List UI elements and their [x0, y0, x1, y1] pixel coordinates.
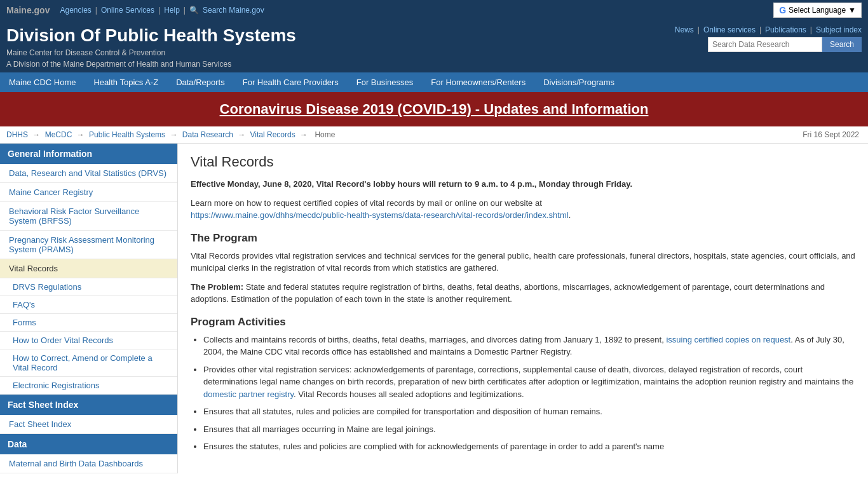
list-item: Collects and maintains records of births…	[203, 334, 855, 358]
breadcrumb-dhhs[interactable]: DHHS	[6, 130, 28, 139]
site-header: Division Of Public Health Systems Maine …	[0, 20, 868, 72]
list-item: Ensures that all marriages occurring in …	[203, 423, 855, 436]
header-links: News | Online services | Publications | …	[675, 25, 862, 34]
breadcrumb-vital-records[interactable]: Vital Records	[250, 130, 295, 139]
search-input[interactable]	[708, 37, 822, 52]
sidebar-item-prams[interactable]: Pregnancy Risk Assessment Monitoring Sys…	[0, 231, 177, 259]
breadcrumb-mecdc[interactable]: MeCDC	[45, 130, 72, 139]
google-icon: G	[779, 5, 786, 15]
activities-list: Collects and maintains records of births…	[203, 334, 855, 453]
list-item: Ensures the statutes, rules and policies…	[203, 440, 855, 453]
header-right: News | Online services | Publications | …	[675, 25, 862, 52]
nav-health-topics[interactable]: Health Topics A-Z	[85, 72, 167, 92]
covid-banner-link[interactable]: Coronavirus Disease 2019 (COVID-19) - Up…	[220, 101, 649, 117]
notice-paragraph: Effective Monday, June 8, 2020, Vital Re…	[191, 178, 855, 191]
breadcrumb: DHHS → MeCDC → Public Health Systems → D…	[0, 126, 868, 144]
forms-link[interactable]: Forms	[13, 318, 36, 327]
fact-sheet-link[interactable]: Fact Sheet Index	[9, 419, 168, 429]
program-text: Vital Records provides vital registratio…	[191, 250, 855, 274]
correct-amend-link[interactable]: How to Correct, Amend or Complete a Vita…	[13, 353, 153, 372]
sidebar-item-brfss[interactable]: Behavioral Risk Factor Surveillance Syst…	[0, 202, 177, 231]
cancer-registry-link[interactable]: Maine Cancer Registry	[9, 187, 168, 197]
select-language-label: Select Language	[789, 6, 846, 15]
breadcrumb-home: Home	[315, 130, 335, 139]
online-services-link[interactable]: Online Services	[101, 6, 154, 15]
sidebar: General Information Data, Research and V…	[0, 144, 178, 473]
problem-label: The Problem:	[191, 282, 243, 292]
brfss-link[interactable]: Behavioral Risk Factor Surveillance Syst…	[9, 207, 168, 226]
sidebar-item-forms[interactable]: Forms	[0, 314, 177, 332]
online-services-header-link[interactable]: Online services	[703, 25, 756, 34]
vital-records-link[interactable]: Vital Records	[9, 264, 168, 273]
domestic-partner-registry-link[interactable]: domestic partner registry	[203, 390, 294, 399]
sidebar-data-header: Data	[0, 434, 177, 454]
intro-paragraph: Learn more on how to request certified c…	[191, 197, 855, 222]
sidebar-item-cancer-registry[interactable]: Maine Cancer Registry	[0, 183, 177, 202]
certified-copies-link[interactable]: issuing certified copies on request	[666, 335, 790, 344]
page-title: Vital Records	[191, 154, 855, 170]
site-title: Division Of Public Health Systems	[6, 25, 296, 46]
search-button[interactable]: Search	[822, 37, 862, 52]
sidebar-item-correct-amend[interactable]: How to Correct, Amend or Complete a Vita…	[0, 349, 177, 377]
subtitle-1: Maine Center for Disease Control & Preve…	[6, 48, 296, 57]
maine-gov-logo[interactable]: Maine.gov	[6, 5, 50, 15]
sidebar-item-fact-sheet[interactable]: Fact Sheet Index	[0, 415, 177, 434]
header-left: Division Of Public Health Systems Maine …	[6, 25, 296, 69]
sidebar-item-electronic-registrations[interactable]: Electronic Registrations	[0, 377, 177, 395]
faqs-link[interactable]: FAQ's	[13, 300, 35, 309]
subject-index-link[interactable]: Subject index	[816, 25, 862, 34]
help-link[interactable]: Help	[164, 6, 180, 15]
main-content: Vital Records Effective Monday, June 8, …	[178, 144, 868, 470]
activities-heading: Program Activities	[191, 316, 855, 329]
sidebar-general-info-header: General Information	[0, 144, 177, 164]
problem-text: State and federal statutes require regis…	[191, 282, 825, 304]
search-bar: Search	[708, 37, 862, 52]
electronic-registrations-link[interactable]: Electronic Registrations	[13, 381, 100, 390]
drvs-regulations-link[interactable]: DRVS Regulations	[13, 282, 81, 292]
nav-maine-cdc-home[interactable]: Maine CDC Home	[0, 72, 85, 92]
publications-link[interactable]: Publications	[765, 25, 806, 34]
nav-homeowners[interactable]: For Homeowners/Renters	[422, 72, 534, 92]
select-language-button[interactable]: G Select Language ▼	[773, 3, 862, 18]
sidebar-fact-sheet-header: Fact Sheet Index	[0, 395, 177, 415]
program-heading: The Program	[191, 232, 855, 245]
sidebar-item-order-vital-records[interactable]: How to Order Vital Records	[0, 332, 177, 349]
problem-paragraph: The Problem: State and federal statutes …	[191, 281, 855, 306]
sidebar-item-drvs[interactable]: Data, Research and Vital Statistics (DRV…	[0, 164, 177, 183]
main-layout: General Information Data, Research and V…	[0, 144, 868, 473]
vital-records-order-link[interactable]: https://www.maine.gov/dhhs/mecdc/public-…	[191, 210, 569, 220]
prams-link[interactable]: Pregnancy Risk Assessment Monitoring Sys…	[9, 235, 168, 254]
sidebar-item-faqs[interactable]: FAQ's	[0, 296, 177, 314]
top-bar-left: Maine.gov Agencies | Online Services | H…	[6, 5, 264, 15]
breadcrumb-public-health[interactable]: Public Health Systems	[89, 130, 165, 139]
list-item: Ensures that all statutes, rules and pol…	[203, 405, 855, 418]
agencies-link[interactable]: Agencies	[60, 6, 91, 15]
maternal-birth-link[interactable]: Maternal and Birth Data Dashboards	[9, 459, 168, 468]
top-bar-right: G Select Language ▼	[773, 3, 862, 18]
breadcrumb-data-research[interactable]: Data Research	[182, 130, 233, 139]
covid-banner: Coronavirus Disease 2019 (COVID-19) - Up…	[0, 92, 868, 126]
order-vital-records-link[interactable]: How to Order Vital Records	[13, 336, 113, 345]
nav-divisions[interactable]: Divisions/Programs	[534, 72, 623, 92]
list-item: Provides other vital registration servic…	[203, 363, 855, 401]
top-bar: Maine.gov Agencies | Online Services | H…	[0, 0, 868, 20]
search-maine-link[interactable]: Search Maine.gov	[203, 6, 264, 15]
sidebar-item-drvs-regulations[interactable]: DRVS Regulations	[0, 278, 177, 296]
sidebar-item-vital-records[interactable]: Vital Records	[0, 259, 177, 278]
news-link[interactable]: News	[675, 25, 694, 34]
intro-text: Learn more on how to request certified c…	[191, 198, 542, 208]
nav-businesses[interactable]: For Businesses	[348, 72, 423, 92]
breadcrumb-date: Fri 16 Sept 2022	[803, 130, 859, 139]
notice-text: Effective Monday, June 8, 2020, Vital Re…	[191, 179, 632, 189]
chevron-down-icon: ▼	[848, 6, 856, 15]
subtitle-2: A Division of the Maine Department of He…	[6, 60, 296, 69]
main-nav: Maine CDC Home Health Topics A-Z Data/Re…	[0, 72, 868, 92]
breadcrumb-items: DHHS → MeCDC → Public Health Systems → D…	[6, 130, 337, 139]
sidebar-item-maternal-birth[interactable]: Maternal and Birth Data Dashboards	[0, 454, 177, 473]
drvs-link[interactable]: Data, Research and Vital Statistics (DRV…	[9, 168, 168, 178]
nav-health-care-providers[interactable]: For Health Care Providers	[234, 72, 348, 92]
nav-data-reports[interactable]: Data/Reports	[167, 72, 234, 92]
